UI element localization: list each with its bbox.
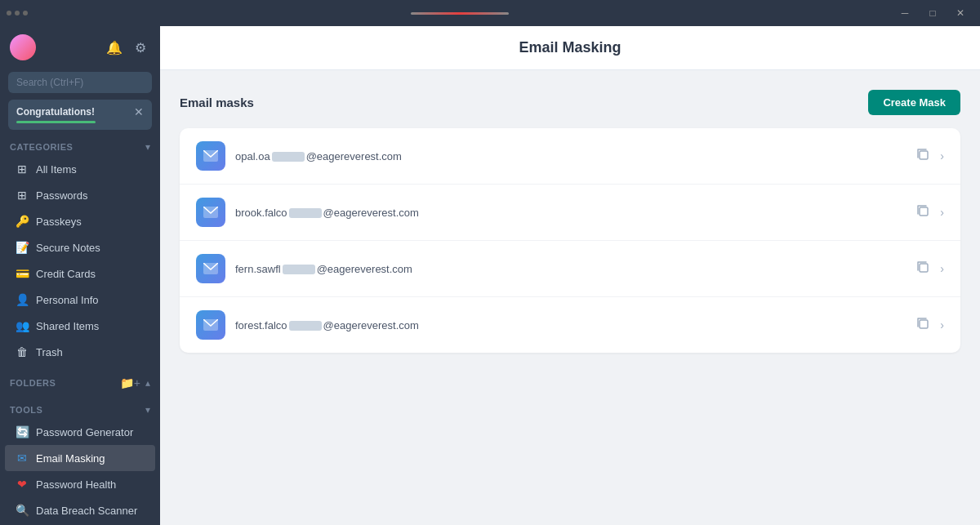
title-bar-controls: ─ □ ✕ bbox=[892, 5, 973, 21]
content-area: Email masks Create Mask opal.oa@eagereve… bbox=[160, 70, 980, 525]
categories-collapse-icon[interactable]: ▾ bbox=[145, 141, 150, 153]
personal-info-icon: 👤 bbox=[15, 292, 29, 307]
mask-actions: › bbox=[912, 313, 944, 337]
passwords-icon: ⊞ bbox=[15, 188, 29, 202]
minimize-button[interactable]: ─ bbox=[892, 5, 918, 21]
title-bar-dot-2 bbox=[15, 11, 20, 16]
add-folder-button[interactable]: 📁+ bbox=[120, 376, 140, 389]
tools-label: Tools bbox=[10, 405, 42, 415]
mask-suffix: @eagereverest.com bbox=[317, 263, 412, 275]
mask-envelope-icon bbox=[196, 141, 225, 171]
tabs-indicator bbox=[411, 12, 509, 15]
mask-actions: › bbox=[912, 256, 944, 281]
notification-close-button[interactable]: ✕ bbox=[134, 105, 144, 118]
mask-actions: › bbox=[912, 144, 944, 168]
mask-blur bbox=[272, 152, 305, 162]
sidebar-item-label: Secure Notes bbox=[36, 242, 100, 254]
mask-chevron-icon[interactable]: › bbox=[940, 206, 944, 219]
sidebar-item-label: Shared Items bbox=[36, 320, 99, 332]
svg-rect-7 bbox=[920, 320, 928, 328]
settings-button[interactable]: ⚙ bbox=[131, 38, 150, 57]
mask-item: fern.sawfl@eagereverest.com › bbox=[180, 241, 960, 297]
passkeys-icon: 🔑 bbox=[15, 214, 29, 229]
mask-envelope-icon bbox=[196, 198, 225, 227]
svg-rect-3 bbox=[920, 207, 928, 216]
email-masks-header: Email masks Create Mask bbox=[180, 90, 960, 115]
app-layout: 🔔 ⚙ Congratulations! ✕ Categories ▾ ⊞ Al… bbox=[0, 26, 980, 525]
close-button[interactable]: ✕ bbox=[947, 5, 973, 21]
sidebar-item-label: Email Masking bbox=[36, 452, 105, 465]
mask-prefix: opal.oa bbox=[235, 150, 270, 162]
page-title: Email Masking bbox=[180, 39, 960, 56]
sidebar-item-all-items[interactable]: ⊞ All Items bbox=[5, 156, 155, 182]
title-bar-dot-3 bbox=[23, 11, 28, 16]
notification-progress-bar bbox=[16, 121, 96, 123]
sidebar-item-label: Personal Info bbox=[36, 294, 99, 306]
sidebar: 🔔 ⚙ Congratulations! ✕ Categories ▾ ⊞ Al… bbox=[0, 26, 160, 525]
mask-chevron-icon[interactable]: › bbox=[940, 318, 944, 331]
sidebar-header: 🔔 ⚙ bbox=[0, 26, 160, 69]
mask-email-address: forest.falco@eagereverest.com bbox=[235, 319, 902, 331]
sidebar-item-password-health[interactable]: ❤ Password Health bbox=[5, 471, 155, 497]
sidebar-item-passwords[interactable]: ⊞ Passwords bbox=[5, 182, 155, 208]
folders-collapse-icon[interactable]: ▴ bbox=[145, 377, 150, 389]
tools-collapse-icon[interactable]: ▾ bbox=[145, 404, 150, 416]
sidebar-item-email-masking[interactable]: ✉ Email Masking bbox=[5, 445, 155, 471]
credit-cards-icon: 💳 bbox=[15, 266, 29, 281]
sidebar-item-data-breach-scanner[interactable]: 🔍 Data Breach Scanner bbox=[5, 497, 155, 523]
mask-email-address: brook.falco@eagereverest.com bbox=[235, 207, 902, 219]
masks-list: opal.oa@eagereverest.com › bbox=[180, 128, 960, 353]
notification-title: Congratulations! bbox=[16, 106, 129, 118]
search-input[interactable] bbox=[8, 72, 152, 93]
maximize-button[interactable]: □ bbox=[920, 5, 946, 21]
email-masking-icon: ✉ bbox=[15, 451, 29, 465]
categories-label: Categories bbox=[10, 142, 73, 152]
folders-section-header: Folders 📁+ ▴ bbox=[0, 372, 160, 393]
sidebar-item-label: Password Generator bbox=[36, 426, 133, 438]
tools-section-header: Tools ▾ bbox=[0, 399, 160, 419]
sidebar-item-shared-items[interactable]: 👥 Shared Items bbox=[5, 313, 155, 339]
mask-blur bbox=[289, 321, 322, 331]
sidebar-item-personal-info[interactable]: 👤 Personal Info bbox=[5, 287, 155, 313]
trash-icon: 🗑 bbox=[15, 345, 29, 359]
mask-copy-button[interactable] bbox=[912, 313, 933, 337]
password-generator-icon: 🔄 bbox=[15, 425, 29, 439]
secure-notes-icon: 📝 bbox=[15, 240, 29, 255]
data-breach-scanner-icon: 🔍 bbox=[15, 503, 29, 518]
create-mask-button[interactable]: Create Mask bbox=[868, 90, 960, 115]
sidebar-item-trash[interactable]: 🗑 Trash bbox=[5, 339, 155, 365]
sidebar-item-password-generator[interactable]: 🔄 Password Generator bbox=[5, 419, 155, 445]
categories-section-header: Categories ▾ bbox=[0, 136, 160, 156]
title-bar: ─ □ ✕ bbox=[0, 0, 980, 26]
avatar[interactable] bbox=[10, 34, 36, 60]
sidebar-item-label: Data Breach Scanner bbox=[36, 505, 137, 517]
sidebar-header-icons: 🔔 ⚙ bbox=[105, 38, 150, 57]
mask-copy-button[interactable] bbox=[912, 256, 933, 281]
notifications-button[interactable]: 🔔 bbox=[105, 38, 124, 57]
folders-label: Folders bbox=[10, 378, 56, 388]
notification-content: Congratulations! bbox=[16, 106, 129, 123]
mask-prefix: brook.falco bbox=[235, 207, 287, 219]
mask-chevron-icon[interactable]: › bbox=[940, 149, 944, 162]
mask-chevron-icon[interactable]: › bbox=[940, 262, 944, 275]
sidebar-item-credit-cards[interactable]: 💳 Credit Cards bbox=[5, 260, 155, 287]
sidebar-item-label: Trash bbox=[36, 346, 63, 358]
main-content: Email Masking Email masks Create Mask bbox=[160, 26, 980, 525]
all-items-icon: ⊞ bbox=[15, 162, 29, 176]
sidebar-item-label: Password Health bbox=[36, 478, 116, 491]
mask-suffix: @eagereverest.com bbox=[323, 207, 419, 219]
sidebar-item-passkeys[interactable]: 🔑 Passkeys bbox=[5, 208, 155, 234]
mask-item: brook.falco@eagereverest.com › bbox=[180, 185, 960, 241]
mask-item: opal.oa@eagereverest.com › bbox=[180, 128, 960, 185]
shared-items-icon: 👥 bbox=[15, 318, 29, 333]
svg-rect-1 bbox=[920, 151, 928, 159]
sidebar-item-label: All Items bbox=[36, 163, 77, 176]
mask-blur bbox=[289, 208, 322, 218]
mask-copy-button[interactable] bbox=[912, 144, 933, 168]
password-health-icon: ❤ bbox=[15, 477, 29, 492]
mask-suffix: @eagereverest.com bbox=[323, 319, 419, 331]
sidebar-item-secure-notes[interactable]: 📝 Secure Notes bbox=[5, 234, 155, 260]
notification-banner: Congratulations! ✕ bbox=[8, 100, 152, 130]
mask-envelope-icon bbox=[196, 254, 225, 283]
mask-copy-button[interactable] bbox=[912, 200, 933, 225]
